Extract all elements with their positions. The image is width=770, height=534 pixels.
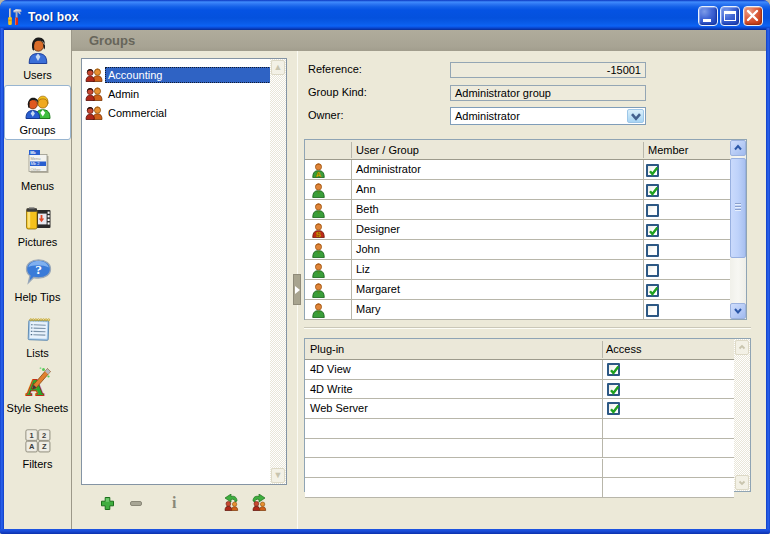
svg-text:A: A bbox=[316, 170, 322, 178]
svg-text:?: ? bbox=[35, 262, 42, 277]
svg-text:A: A bbox=[29, 442, 35, 451]
svg-text:Z: Z bbox=[42, 442, 47, 451]
svg-text:1: 1 bbox=[30, 431, 34, 440]
svg-text:Mb: Mb bbox=[30, 151, 36, 155]
svg-text:2: 2 bbox=[42, 431, 46, 440]
svg-text:Mb 2: Mb 2 bbox=[31, 161, 41, 166]
svg-text:Other: Other bbox=[31, 167, 42, 172]
svg-text:S: S bbox=[316, 230, 321, 238]
